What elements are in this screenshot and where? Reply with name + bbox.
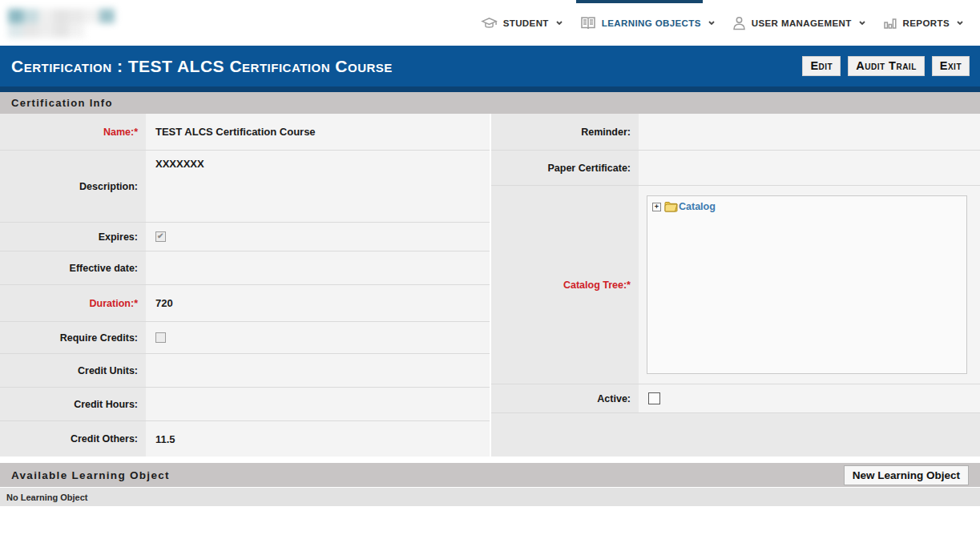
certification-title-bar: Certification : TEST ALCS Certification …: [0, 46, 980, 92]
nav-item-label: STUDENT: [503, 18, 549, 28]
nav-item-reports[interactable]: REPORTS: [874, 0, 972, 46]
user-icon: [732, 16, 746, 30]
edit-button[interactable]: Edit: [802, 56, 841, 76]
field-row-credit-others: Credit Others: 11.5: [0, 421, 490, 457]
available-learning-object-header: Available Learning Object New Learning O…: [0, 463, 980, 487]
reminder-value: [639, 114, 980, 150]
field-row-reminder: Reminder:: [491, 114, 980, 151]
field-row-duration: Duration:* 720: [0, 285, 490, 322]
folder-icon: [664, 201, 678, 212]
tree-node-label[interactable]: Catalog: [679, 201, 716, 212]
effective-date-value: [146, 251, 490, 284]
graduation-cap-icon: [481, 16, 498, 30]
credit-units-value: [146, 354, 490, 387]
duration-value: 720: [146, 285, 490, 321]
credit-hours-label: Credit Hours:: [0, 388, 146, 420]
nav-item-student[interactable]: STUDENT: [472, 0, 571, 46]
section-title: Available Learning Object: [11, 469, 170, 481]
chevron-down-icon: [708, 21, 715, 25]
chevron-down-icon: [556, 21, 563, 25]
bar-chart-icon: [883, 16, 897, 30]
name-value: TEST ALCS Certification Course: [146, 114, 490, 150]
logo-redacted[interactable]: [8, 8, 120, 38]
field-row-catalog-tree: Catalog Tree:* + Catalog: [491, 186, 980, 384]
effective-date-label: Effective date:: [0, 251, 146, 284]
expires-label: Expires:: [0, 223, 146, 251]
tree-expand-icon[interactable]: +: [652, 203, 661, 211]
title-bar-actions: Edit Audit Trail Exit: [802, 56, 970, 76]
credit-hours-value: [146, 388, 490, 420]
top-navbar: STUDENT LEARNING OBJECTS USER MANAGEMENT…: [0, 0, 980, 46]
paper-certificate-label: Paper Certificate:: [491, 151, 639, 185]
description-value: XXXXXXX: [146, 151, 490, 222]
nav-item-label: LEARNING OBJECTS: [602, 18, 701, 28]
field-row-paper-certificate: Paper Certificate:: [491, 151, 980, 186]
catalog-tree-panel: + Catalog: [647, 195, 967, 374]
form-filler: [491, 413, 980, 457]
credit-others-label: Credit Others:: [0, 421, 146, 457]
nav-item-label: REPORTS: [903, 18, 950, 28]
new-learning-object-button[interactable]: New Learning Object: [844, 465, 969, 485]
active-checkbox[interactable]: [648, 392, 660, 404]
reminder-label: Reminder:: [491, 114, 639, 150]
section-title: Certification Info: [11, 97, 113, 109]
page-title: Certification : TEST ALCS Certification …: [11, 57, 393, 76]
audit-trail-button[interactable]: Audit Trail: [848, 56, 925, 76]
form-right-column: Reminder: Paper Certificate: Catalog Tre…: [490, 114, 980, 457]
field-row-effective-date: Effective date:: [0, 251, 490, 285]
field-row-expires: Expires:: [0, 223, 490, 251]
book-icon: [580, 16, 596, 30]
chevron-down-icon: [859, 21, 865, 25]
field-row-require-credits: Require Credits:: [0, 322, 490, 354]
no-learning-object-row: No Learning Object: [0, 487, 980, 506]
catalog-tree-label: Catalog Tree:*: [491, 186, 639, 384]
require-credits-label: Require Credits:: [0, 322, 146, 353]
name-label: Name:*: [0, 114, 146, 150]
field-row-description: Description: XXXXXXX: [0, 151, 490, 223]
nav-item-label: USER MANAGEMENT: [752, 18, 852, 28]
duration-label: Duration:*: [0, 285, 146, 321]
expires-checkbox[interactable]: [155, 231, 166, 242]
field-row-credit-units: Credit Units:: [0, 354, 490, 388]
certification-info-form: Name:* TEST ALCS Certification Course De…: [0, 114, 980, 457]
exit-button[interactable]: Exit: [932, 56, 970, 76]
empty-message: No Learning Object: [6, 493, 87, 502]
catalog-tree-root-node[interactable]: + Catalog: [652, 201, 962, 212]
active-label: Active:: [491, 384, 639, 412]
require-credits-checkbox[interactable]: [155, 332, 166, 343]
certification-info-header: Certification Info: [0, 92, 980, 114]
nav-item-user-management[interactable]: USER MANAGEMENT: [724, 0, 874, 46]
field-row-credit-hours: Credit Hours:: [0, 388, 490, 421]
paper-certificate-value: [639, 151, 980, 185]
form-left-column: Name:* TEST ALCS Certification Course De…: [0, 114, 490, 457]
credit-units-label: Credit Units:: [0, 354, 146, 387]
credit-others-value: 11.5: [146, 421, 490, 457]
nav-item-learning-objects[interactable]: LEARNING OBJECTS: [571, 0, 724, 46]
description-label: Description:: [0, 151, 146, 222]
field-row-active: Active:: [491, 384, 980, 413]
chevron-down-icon: [957, 21, 963, 25]
field-row-name: Name:* TEST ALCS Certification Course: [0, 114, 490, 151]
main-menu: STUDENT LEARNING OBJECTS USER MANAGEMENT…: [472, 0, 980, 46]
